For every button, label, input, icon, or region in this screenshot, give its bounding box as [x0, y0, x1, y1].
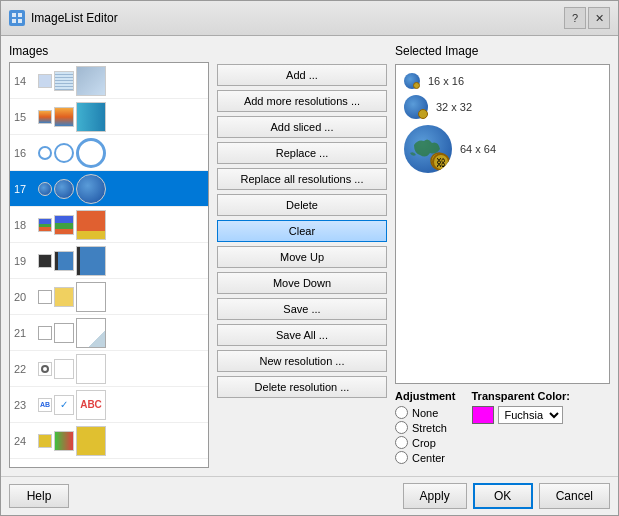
- list-item[interactable]: 23 AB ✓ ABC: [10, 387, 208, 423]
- add-button[interactable]: Add ...: [217, 64, 387, 86]
- adjustment-crop-option[interactable]: Crop: [395, 436, 456, 449]
- thumb-medium: [54, 71, 74, 91]
- thumb-small: [38, 362, 52, 376]
- list-item[interactable]: 22: [10, 351, 208, 387]
- selected-image-area: 16 x 16 32 x 32: [395, 64, 610, 384]
- thumb-small: [38, 146, 52, 160]
- app-icon: [9, 10, 25, 26]
- transparent-color-group: Transparent Color: Fuchsia None White Bl…: [472, 390, 570, 464]
- move-down-button[interactable]: Move Down: [217, 272, 387, 294]
- selected-image-label: Selected Image: [395, 44, 610, 58]
- add-sliced-button[interactable]: Add sliced ...: [217, 116, 387, 138]
- thumb-medium: [54, 215, 74, 235]
- new-resolution-button[interactable]: New resolution ...: [217, 350, 387, 372]
- adjustment-stretch-radio[interactable]: [395, 421, 408, 434]
- row-thumbnails: [38, 246, 106, 276]
- add-more-button[interactable]: Add more resolutions ...: [217, 90, 387, 112]
- row-number: 16: [14, 147, 38, 159]
- row-number: 24: [14, 435, 38, 447]
- row-number: 14: [14, 75, 38, 87]
- right-panel: Selected Image 16 x 16 32 x 32: [395, 44, 610, 468]
- thumb-small: [38, 290, 52, 304]
- replace-all-button[interactable]: Replace all resolutions ...: [217, 168, 387, 190]
- row-number: 15: [14, 111, 38, 123]
- clear-button[interactable]: Clear: [217, 220, 387, 242]
- adjustment-center-radio[interactable]: [395, 451, 408, 464]
- thumb-medium: [54, 143, 74, 163]
- thumb-large: [76, 102, 106, 132]
- apply-button[interactable]: Apply: [403, 483, 467, 509]
- help-title-button[interactable]: ?: [564, 7, 586, 29]
- row-thumbnails: [38, 138, 106, 168]
- ok-button[interactable]: OK: [473, 483, 533, 509]
- dialog-body: Images 14 15: [1, 36, 618, 476]
- list-item[interactable]: 17: [10, 171, 208, 207]
- thumb-medium: [54, 359, 74, 379]
- thumb-large: [76, 66, 106, 96]
- transparent-color-row: Fuchsia None White Black: [472, 406, 570, 424]
- thumb-small: [38, 326, 52, 340]
- list-item[interactable]: 14: [10, 63, 208, 99]
- move-up-button[interactable]: Move Up: [217, 246, 387, 268]
- close-title-button[interactable]: ✕: [588, 7, 610, 29]
- adjustment-stretch-label: Stretch: [412, 422, 447, 434]
- thumb-small: [38, 218, 52, 232]
- adjustment-center-option[interactable]: Center: [395, 451, 456, 464]
- adjustment-center-label: Center: [412, 452, 445, 464]
- thumb-small: [38, 434, 52, 448]
- row-thumbnails: [38, 174, 106, 204]
- cancel-button[interactable]: Cancel: [539, 483, 610, 509]
- list-item[interactable]: 19: [10, 243, 208, 279]
- adjustment-none-radio[interactable]: [395, 406, 408, 419]
- dialog-title: ImageList Editor: [31, 11, 118, 25]
- row-number: 23: [14, 399, 38, 411]
- row-thumbnails: [38, 66, 106, 96]
- adjustment-group: Adjustment None Stretch Crop: [395, 390, 456, 464]
- row-number: 17: [14, 183, 38, 195]
- row-number: 19: [14, 255, 38, 267]
- thumb-medium: [54, 251, 74, 271]
- save-all-button[interactable]: Save All ...: [217, 324, 387, 346]
- row-thumbnails: [38, 426, 106, 456]
- list-item[interactable]: 15: [10, 99, 208, 135]
- footer-left: Help: [9, 484, 69, 508]
- thumb-large: [76, 138, 106, 168]
- list-item[interactable]: 25: [10, 459, 208, 468]
- thumb-large: [76, 246, 106, 276]
- list-item[interactable]: 20: [10, 279, 208, 315]
- adjustment-none-label: None: [412, 407, 438, 419]
- list-item[interactable]: 21: [10, 315, 208, 351]
- thumb-small: [38, 254, 52, 268]
- adjustment-crop-label: Crop: [412, 437, 436, 449]
- thumb-large: [76, 426, 106, 456]
- middle-panel: Add ... Add more resolutions ... Add sli…: [217, 44, 387, 468]
- thumb-small: [38, 74, 52, 88]
- adjustment-none-option[interactable]: None: [395, 406, 456, 419]
- list-item[interactable]: 18: [10, 207, 208, 243]
- images-panel-label: Images: [9, 44, 209, 58]
- images-scroll-area[interactable]: 14 15: [10, 63, 208, 468]
- size-label-medium: 32 x 32: [436, 101, 472, 113]
- list-item[interactable]: 24: [10, 423, 208, 459]
- save-button[interactable]: Save ...: [217, 298, 387, 320]
- images-list-container[interactable]: 14 15: [9, 62, 209, 468]
- globe-icon-small: [404, 73, 420, 89]
- color-dropdown[interactable]: Fuchsia None White Black: [498, 406, 563, 424]
- replace-button[interactable]: Replace ...: [217, 142, 387, 164]
- left-panel: Images 14 15: [9, 44, 209, 468]
- row-thumbnails: AB ✓ ABC: [38, 390, 106, 420]
- delete-resolution-button[interactable]: Delete resolution ...: [217, 376, 387, 398]
- row-thumbnails: [38, 102, 106, 132]
- help-button[interactable]: Help: [9, 484, 69, 508]
- svg-rect-2: [12, 19, 16, 23]
- adjustment-crop-radio[interactable]: [395, 436, 408, 449]
- adjustment-stretch-option[interactable]: Stretch: [395, 421, 456, 434]
- svg-rect-3: [18, 19, 22, 23]
- size-label-large: 64 x 64: [460, 143, 496, 155]
- list-item[interactable]: 16: [10, 135, 208, 171]
- thumb-large: [76, 318, 106, 348]
- imagelist-editor-dialog: ImageList Editor ? ✕ Images 14: [0, 0, 619, 516]
- thumb-large: [76, 282, 106, 312]
- delete-button[interactable]: Delete: [217, 194, 387, 216]
- row-thumbnails: [38, 282, 106, 312]
